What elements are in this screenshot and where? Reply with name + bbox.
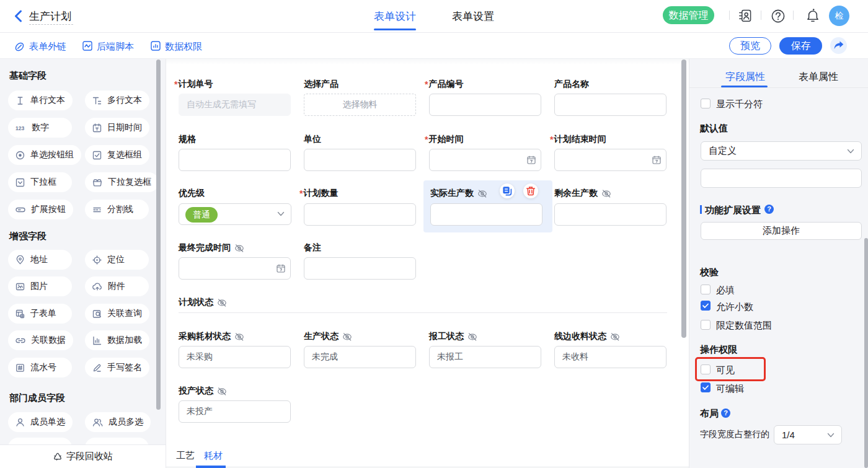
svg-text:123: 123 <box>16 125 24 131</box>
